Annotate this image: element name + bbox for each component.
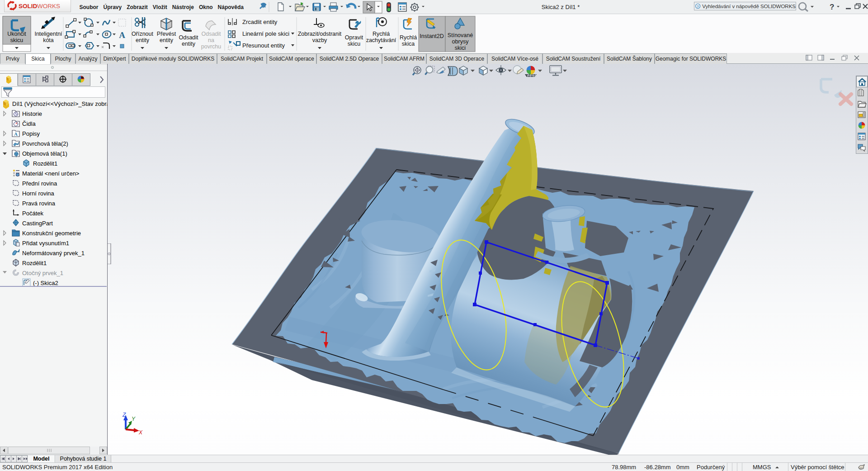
svg-text:Odsadit: Odsadit bbox=[179, 34, 198, 41]
svg-text:vazby: vazby bbox=[312, 37, 327, 43]
svg-text:skicu: skicu bbox=[10, 37, 24, 43]
svg-text:?: ? bbox=[830, 3, 834, 11]
svg-text:Konstrukční geometrie: Konstrukční geometrie bbox=[22, 230, 81, 237]
svg-text:zachytávání: zachytávání bbox=[366, 37, 396, 43]
svg-text:X: X bbox=[138, 429, 143, 436]
svg-text:Lineární pole skici: Lineární pole skici bbox=[242, 30, 289, 37]
svg-text:Rozdělit1: Rozdělit1 bbox=[22, 260, 47, 266]
svg-text:na: na bbox=[208, 37, 214, 43]
svg-text:Stínované: Stínované bbox=[448, 32, 473, 38]
svg-text:skici: skici bbox=[455, 45, 466, 51]
svg-text:Popisy: Popisy bbox=[22, 130, 40, 137]
svg-text:Y: Y bbox=[132, 416, 136, 422]
svg-text:?: ? bbox=[697, 5, 699, 9]
svg-text:(-) Skica2: (-) Skica2 bbox=[33, 280, 58, 286]
svg-text:Zrcadlit entity: Zrcadlit entity bbox=[242, 19, 278, 25]
svg-text:obrysy: obrysy bbox=[452, 38, 469, 45]
svg-text:Zobrazit/odstranit: Zobrazit/odstranit bbox=[298, 31, 342, 37]
svg-text:Objemová těla(1): Objemová těla(1) bbox=[22, 150, 67, 157]
svg-text:Přidat vysunutím1: Přidat vysunutím1 bbox=[22, 240, 69, 247]
svg-text:Rozdělit1: Rozdělit1 bbox=[33, 160, 57, 167]
svg-text:Inteligentní: Inteligentní bbox=[34, 31, 62, 37]
svg-text:skicu: skicu bbox=[348, 41, 361, 47]
svg-text:Horní rovina: Horní rovina bbox=[22, 190, 55, 197]
svg-text:Instant2D: Instant2D bbox=[420, 33, 444, 39]
svg-text:Počátek: Počátek bbox=[22, 210, 43, 217]
svg-text:Opravit: Opravit bbox=[345, 34, 363, 41]
svg-text:Rychlá: Rychlá bbox=[373, 31, 390, 37]
svg-text:Čidla: Čidla bbox=[22, 120, 36, 127]
svg-text:Pravá rovina: Pravá rovina bbox=[22, 200, 56, 207]
svg-text:WORKS: WORKS bbox=[37, 3, 60, 10]
svg-text:Rychlá: Rychlá bbox=[400, 34, 417, 41]
svg-text:Povrchová těla(2): Povrchová těla(2) bbox=[22, 140, 68, 147]
svg-text:Neformátovaný prvek_1: Neformátovaný prvek_1 bbox=[22, 250, 85, 257]
svg-text:Materiál <není určen>: Materiál <není určen> bbox=[22, 170, 79, 177]
svg-text:A: A bbox=[14, 131, 18, 137]
svg-text:entity: entity bbox=[136, 37, 150, 43]
svg-text:Odsadit: Odsadit bbox=[201, 31, 221, 37]
svg-text:Otočný prvek_1: Otočný prvek_1 bbox=[22, 270, 63, 276]
svg-text:Přesunout entity: Přesunout entity bbox=[242, 42, 285, 49]
svg-text:SOLID: SOLID bbox=[19, 3, 38, 10]
svg-text:Historie: Historie bbox=[22, 110, 42, 117]
svg-text:entity: entity bbox=[182, 41, 196, 47]
svg-text:entity: entity bbox=[160, 37, 174, 43]
svg-text:kóta: kóta bbox=[43, 37, 54, 43]
svg-text:skica: skica bbox=[402, 41, 415, 47]
svg-text:Ukončit: Ukončit bbox=[7, 31, 26, 37]
svg-text:povrchu: povrchu bbox=[201, 43, 222, 50]
svg-text:A: A bbox=[119, 30, 125, 40]
svg-text:Přední rovina: Přední rovina bbox=[22, 180, 57, 187]
svg-text:Oříznout: Oříznout bbox=[132, 31, 153, 37]
svg-text:Převést: Převést bbox=[157, 31, 176, 37]
svg-text:Z: Z bbox=[122, 412, 126, 418]
svg-text:Díl1 (Výchozí<<Výchozí>_Stav: Díl1 (Výchozí<<Výchozí>_Stav zobrazen bbox=[12, 100, 107, 107]
svg-text:CastingPart: CastingPart bbox=[22, 220, 53, 227]
